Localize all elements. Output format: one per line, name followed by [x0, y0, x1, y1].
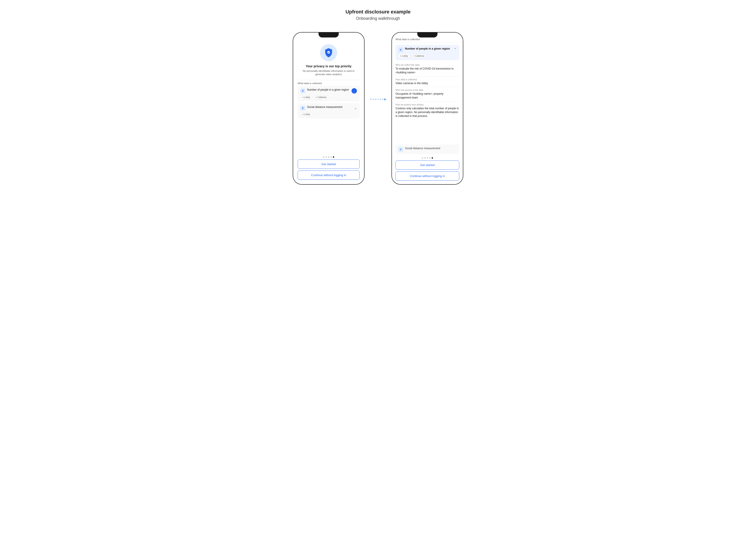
- detail-section-1: How data is collected Video cameras in t…: [395, 76, 459, 87]
- phone1-get-started-button[interactable]: Get started: [298, 160, 360, 169]
- data-item-2-left: # Social distance measurement: [300, 105, 354, 111]
- phone-2-screen: What data is collected # Number of peopl…: [392, 33, 463, 184]
- partial-card: # Social distance measurement: [395, 145, 459, 154]
- dot-1-1: [323, 156, 324, 158]
- arrow-connector: [370, 99, 386, 99]
- location-tags-2: Lobby: [300, 112, 357, 116]
- location-tag-cafeteria-1: Cafeteria: [313, 95, 329, 99]
- detail-section-value-3: Contoso only calculates the total number…: [395, 107, 459, 118]
- data-item-1: # Number of people in a given region ‸ L…: [298, 86, 360, 101]
- expanded-tag-lobby: Lobby: [398, 54, 410, 58]
- phone-2: What data is collected # Number of peopl…: [392, 32, 463, 185]
- data-item-1-header: # Number of people in a given region ‸: [300, 88, 357, 93]
- phone2-continue-button[interactable]: Continue without logging in: [395, 172, 459, 181]
- dot-2-2: [424, 157, 426, 159]
- chevron-up-icon-1: ‸: [354, 90, 355, 92]
- phone1-dots: [298, 155, 360, 160]
- dot-2-1: [422, 157, 423, 159]
- detail-section-label-2: Who has access to the data: [395, 89, 459, 91]
- detail-section-label-0: Why we collect this data: [395, 64, 459, 66]
- expanded-tag-cafeteria: Cafeteria: [412, 54, 426, 58]
- hash-icon-1: #: [300, 89, 305, 93]
- partial-card-left: # Social distance measurement: [398, 147, 457, 152]
- partial-card-title: Social distance measurement: [405, 147, 440, 150]
- expanded-card-header: # Number of people in a given region ⌃: [398, 47, 457, 52]
- detail-section-value-2: Occupants of <building name>; property m…: [395, 92, 459, 100]
- phone-2-inner: What data is collected # Number of peopl…: [392, 33, 463, 184]
- detail-section-2: Who has access to the data Occupants of …: [395, 87, 459, 102]
- data-item-2-header: # Social distance measurement ⌄: [300, 105, 357, 111]
- chevron-down-icon-2: ⌄: [354, 106, 357, 110]
- page-title: Upfront disclosure example: [345, 9, 411, 15]
- dot-1-2: [325, 156, 327, 158]
- privacy-subtitle: No personally identifiable information i…: [300, 69, 357, 76]
- dot-2-3: [427, 157, 428, 159]
- dot-2-4: [429, 157, 431, 159]
- expanded-location-tags: Lobby Cafeteria: [398, 54, 457, 58]
- detail-sections: Why we collect this data To evaluate the…: [395, 62, 459, 145]
- phone1-section-label: What data is collected: [298, 80, 360, 86]
- dot-2-5: [432, 157, 433, 159]
- detail-section-value-1: Video cameras in the lobby: [395, 81, 459, 85]
- phones-container: Your privacy is our top priority No pers…: [279, 32, 477, 185]
- detail-section-3: How we protect your privacy Contoso only…: [395, 102, 459, 120]
- location-tag-lobby-2: Lobby: [300, 112, 312, 116]
- phone-1-notch: [318, 33, 339, 38]
- privacy-hero: Your privacy is our top priority No pers…: [298, 40, 360, 80]
- phone-1-inner: Your privacy is our top priority No pers…: [293, 33, 364, 184]
- location-dot-3: [302, 114, 304, 115]
- shield-container: [320, 44, 337, 61]
- shield-icon: [324, 47, 333, 58]
- location-dot-1: [302, 97, 304, 98]
- location-tag-lobby-1: Lobby: [300, 95, 312, 99]
- expand-button-1[interactable]: ‸: [352, 88, 357, 93]
- data-item-2: # Social distance measurement ⌄ Lobby: [298, 103, 360, 119]
- data-item-1-left: # Number of people in a given region: [300, 88, 352, 93]
- detail-section-0: Why we collect this data To evaluate the…: [395, 62, 459, 76]
- phone2-get-started-button[interactable]: Get started: [395, 160, 459, 170]
- detail-section-label-3: How we protect your privacy: [395, 103, 459, 106]
- partial-card-header: # Social distance measurement: [398, 147, 457, 152]
- location-dot-2: [315, 97, 317, 98]
- detail-section-value-0: To evaluate the risk of COVID-19 transmi…: [395, 67, 459, 74]
- hash-icon-expanded: #: [398, 47, 403, 52]
- phone2-header-label: What data is collected: [395, 38, 459, 43]
- expanded-dot-2: [414, 55, 415, 57]
- arrow-head: [384, 98, 386, 100]
- page-header: Upfront disclosure example Onboarding wa…: [345, 9, 411, 21]
- phone1-continue-button[interactable]: Continue without logging in: [298, 171, 360, 180]
- page-subtitle: Onboarding walkthrough: [345, 16, 411, 21]
- data-item-1-title: Number of people in a given region: [307, 88, 349, 92]
- location-tags-1: Lobby Cafeteria: [300, 95, 357, 99]
- privacy-title: Your privacy is our top priority: [306, 65, 352, 68]
- data-item-2-title: Social distance measurement: [307, 105, 342, 109]
- hash-icon-partial: #: [398, 147, 403, 152]
- chevron-up-icon-expanded[interactable]: ⌃: [454, 47, 457, 51]
- phone2-dots: [395, 155, 459, 160]
- phone-2-notch: [417, 33, 438, 38]
- dot-1-3: [328, 156, 329, 158]
- hash-icon-2: #: [300, 106, 305, 111]
- phone-1: Your privacy is our top priority No pers…: [293, 32, 364, 185]
- dot-1-5: [333, 156, 334, 158]
- phone-1-screen: Your privacy is our top priority No pers…: [293, 33, 364, 184]
- expanded-dot-1: [400, 55, 401, 57]
- expanded-title: Number of people in a given region: [405, 47, 450, 51]
- expanded-card: # Number of people in a given region ⌃ L…: [395, 45, 459, 60]
- dot-1-4: [330, 156, 332, 158]
- detail-section-label-1: How data is collected: [395, 78, 459, 81]
